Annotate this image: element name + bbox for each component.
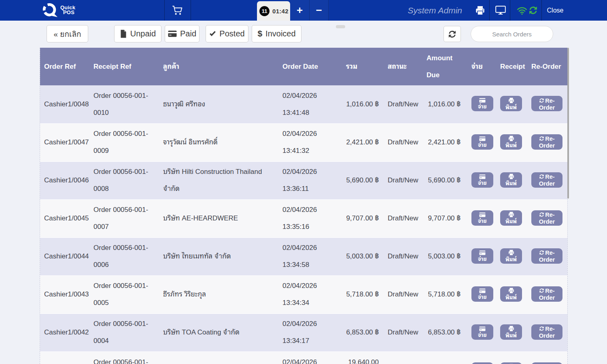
reorder-button[interactable]: Re-Order xyxy=(531,210,562,226)
print-receipt-button[interactable]: พิมพ์ xyxy=(500,286,522,302)
cell-pay: จ่าย xyxy=(471,161,500,199)
cell-order-ref: Cashier1/0043 xyxy=(40,275,89,313)
sync-icon xyxy=(539,326,544,331)
table-row: Cashier1/0046Order 00056-001-0008บริษัท … xyxy=(40,161,567,199)
cell-receipt: พิมพ์ xyxy=(500,161,531,199)
nav-divider xyxy=(489,0,490,21)
cell-receipt-ref: Order 00056-001-0008 xyxy=(89,161,159,199)
print-receipt-button[interactable]: พิมพ์ xyxy=(500,134,522,150)
sync-icon xyxy=(539,250,544,255)
print-receipt-button[interactable]: พิมพ์ xyxy=(500,324,522,340)
cell-total: 6,853.00 ฿ xyxy=(342,313,387,351)
pay-button[interactable]: จ่าย xyxy=(471,172,493,188)
sync-icon xyxy=(539,98,544,103)
cell-receipt-ref: Order 00056-001-0004 xyxy=(89,313,159,351)
reorder-button[interactable]: Re-Order xyxy=(531,286,562,302)
cell-status: Draft/New xyxy=(387,123,426,161)
cell-order-date: 02/04/2026 13:41:48 xyxy=(278,85,342,123)
pay-button[interactable]: จ่าย xyxy=(471,362,493,364)
pay-button[interactable]: จ่าย xyxy=(471,286,493,302)
filter-unpaid-button[interactable]: Unpaid xyxy=(114,25,161,42)
credit-card-icon xyxy=(479,288,486,293)
reorder-button[interactable]: Re-Order xyxy=(531,172,562,188)
cell-receipt-ref: Order 00056-001-0009 xyxy=(89,123,159,161)
cell-receipt-ref: Order 00056-001-0010 xyxy=(89,85,159,123)
cell-total: 2,421.00 ฿ xyxy=(342,123,387,161)
cell-receipt-ref: Order 00056-001-0005 xyxy=(89,275,159,313)
print-receipt-button[interactable]: พิมพ์ xyxy=(500,172,522,188)
cell-pay: จ่าย xyxy=(471,275,500,313)
print-receipt-button[interactable]: พิมพ์ xyxy=(500,362,522,364)
filter-invoiced-button[interactable]: $ Invoiced xyxy=(252,25,301,42)
app-logo-text: Quick POS xyxy=(60,5,75,15)
printer-icon xyxy=(508,250,514,256)
col-header-order-date: Order Date xyxy=(278,48,342,85)
pay-button[interactable]: จ่าย xyxy=(471,324,493,340)
wifi-icon xyxy=(517,6,527,15)
cell-receipt: พิมพ์ xyxy=(500,275,531,313)
sync-icon xyxy=(539,288,544,293)
print-receipt-button[interactable]: พิมพ์ xyxy=(500,96,522,111)
remove-order-tab-button[interactable]: − xyxy=(310,0,329,21)
cell-order-ref: Cashier1/0046 xyxy=(40,161,89,199)
cart-button[interactable] xyxy=(164,0,191,21)
filter-paid-button[interactable]: Paid xyxy=(165,25,200,42)
check-icon xyxy=(209,30,216,37)
cell-receipt: พิมพ์ xyxy=(500,313,531,351)
cell-reorder: Re-Order xyxy=(531,199,567,237)
table-row: Cashier1/0045Order 00056-001-0007บริษัท … xyxy=(40,199,567,237)
cell-receipt: พิมพ์ xyxy=(500,237,531,275)
cell-total: 5,718.00 ฿ xyxy=(342,275,387,313)
pay-button[interactable]: จ่าย xyxy=(471,96,493,111)
cell-customer: บริษัท AE-HEARDWERE xyxy=(159,199,278,237)
cell-order-date: 02/04/2026 13:34:17 xyxy=(278,313,342,351)
reorder-button[interactable]: Re-Order xyxy=(531,362,562,364)
search-orders-input[interactable] xyxy=(471,26,553,42)
orders-table-container: Order Ref Receipt Ref ลูกค้า Order Date … xyxy=(40,48,568,364)
cell-total: 5,003.00 ฿ xyxy=(342,237,387,275)
pay-button[interactable]: จ่าย xyxy=(471,134,493,150)
reorder-button[interactable]: Re-Order xyxy=(531,96,562,111)
logged-in-user: System Admin xyxy=(407,0,462,21)
monitor-icon xyxy=(495,6,506,15)
wifi-status xyxy=(516,0,527,21)
cell-amount-due: 1,016.00 ฿ xyxy=(426,85,471,123)
table-row: Cashier1/0048Order 00056-001-0010ธนาวุฒิ… xyxy=(40,85,567,123)
cell-order-ref: Cashier1/0045 xyxy=(40,199,89,237)
refresh-orders-button[interactable] xyxy=(444,26,461,42)
sync-status-button[interactable] xyxy=(528,0,538,21)
reorder-button[interactable]: Re-Order xyxy=(531,324,562,340)
file-icon xyxy=(120,30,127,38)
add-order-tab-button[interactable]: + xyxy=(290,0,310,21)
cell-amount-due: 5,003.00 ฿ xyxy=(426,237,471,275)
filter-posted-button[interactable]: Posted xyxy=(206,25,248,42)
cancel-button[interactable]: « ยกเลิก xyxy=(47,25,88,42)
cell-reorder: Re-Order xyxy=(531,237,567,275)
top-navbar: Quick POS 11 01:42 + − System Admin Clos… xyxy=(0,0,607,21)
sync-icon xyxy=(539,136,544,141)
print-receipt-button[interactable]: พิมพ์ xyxy=(500,248,522,264)
credit-card-icon-svg xyxy=(168,30,177,37)
cell-total: 9,707.00 ฿ xyxy=(342,199,387,237)
pay-button[interactable]: จ่าย xyxy=(471,210,493,226)
cell-amount-due xyxy=(426,351,471,364)
active-order-tab[interactable]: 11 01:42 xyxy=(257,1,290,21)
file-icon-svg xyxy=(120,30,127,38)
cell-pay: จ่าย xyxy=(471,123,500,161)
table-scrollbar-thumb[interactable] xyxy=(567,48,569,199)
reorder-button[interactable]: Re-Order xyxy=(531,248,562,264)
close-button[interactable]: Close xyxy=(545,0,565,21)
cell-order-date: 02/04/2026 13:34:58 xyxy=(278,237,342,275)
cell-amount-due: 6,853.00 ฿ xyxy=(426,313,471,351)
reorder-button[interactable]: Re-Order xyxy=(531,134,562,150)
customer-display-button[interactable] xyxy=(495,0,506,21)
print-button[interactable] xyxy=(474,0,486,21)
refresh-icon xyxy=(448,30,456,38)
cell-total: 1,016.00 ฿ xyxy=(342,85,387,123)
print-receipt-button[interactable]: พิมพ์ xyxy=(500,210,522,226)
cell-status: Draft/New xyxy=(387,237,426,275)
cell-customer: ธนาวุฒิ ศรีทอง xyxy=(159,85,278,123)
toolbar-scrollbar-pill[interactable] xyxy=(336,25,345,28)
brand-line2: POS xyxy=(63,10,75,15)
pay-button[interactable]: จ่าย xyxy=(471,248,493,264)
